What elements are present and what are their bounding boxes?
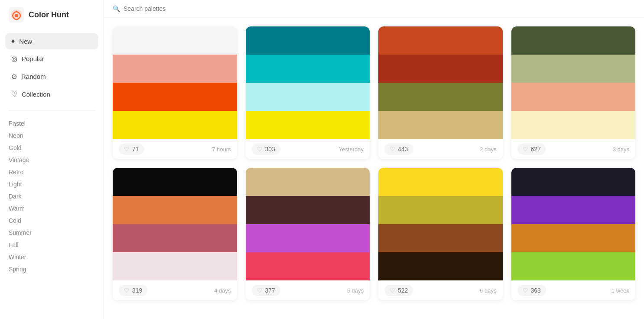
color-swatch — [378, 252, 503, 280]
logo-link[interactable]: Color Hunt — [0, 0, 104, 29]
like-button[interactable]: ♡363 — [517, 285, 546, 296]
time-label: 2 days — [480, 146, 496, 153]
logo-text: Color Hunt — [29, 10, 69, 20]
like-count: 443 — [398, 146, 408, 153]
heart-icon: ♡ — [257, 146, 263, 153]
like-count: 627 — [531, 146, 541, 153]
nav-label-popular: Popular — [22, 55, 44, 62]
color-swatch — [113, 252, 237, 280]
palette-card: ♡303Yesterday — [246, 26, 370, 159]
palette-card: ♡3775 days — [246, 168, 370, 300]
like-count: 377 — [265, 287, 275, 294]
svg-point-1 — [15, 14, 18, 17]
tag-item-summer[interactable]: Summer — [9, 227, 95, 238]
search-input[interactable] — [124, 5, 635, 12]
color-swatch — [246, 224, 370, 252]
like-count: 319 — [132, 287, 142, 294]
tag-item-retro[interactable]: Retro — [9, 166, 95, 178]
nav-item-collection[interactable]: ♡ Collection — [5, 86, 98, 103]
palette-footer: ♡717 hours — [113, 139, 237, 159]
tag-item-vintage[interactable]: Vintage — [9, 154, 95, 166]
palette-colors — [511, 26, 636, 139]
palette-card: ♡3194 days — [113, 168, 237, 300]
search-icon: 🔍 — [113, 5, 120, 12]
color-swatch — [113, 83, 237, 111]
color-swatch — [511, 55, 636, 83]
heart-icon: ♡ — [390, 287, 395, 294]
sidebar: Color Hunt ♦ New ◎ Popular ⊙ Random ♡ Co… — [0, 0, 104, 319]
nav-item-popular[interactable]: ◎ Popular — [5, 50, 98, 67]
palette-footer: ♡3194 days — [113, 280, 237, 300]
color-swatch — [378, 168, 503, 196]
nav-item-random[interactable]: ⊙ Random — [5, 68, 98, 85]
color-swatch — [511, 83, 636, 111]
popular-icon: ◎ — [11, 55, 17, 63]
color-swatch — [113, 224, 237, 252]
color-swatch — [378, 196, 503, 224]
color-swatch — [511, 196, 636, 224]
tag-list: PastelNeonGoldVintageRetroLightDarkWarmC… — [0, 114, 104, 278]
color-swatch — [246, 252, 370, 280]
tag-item-warm[interactable]: Warm — [9, 203, 95, 214]
tag-item-light[interactable]: Light — [9, 179, 95, 190]
tag-item-winter[interactable]: Winter — [9, 251, 95, 263]
nav-label-new: New — [19, 38, 32, 45]
tag-item-dark[interactable]: Dark — [9, 191, 95, 202]
palette-card: ♡4432 days — [378, 26, 503, 159]
color-swatch — [378, 111, 503, 139]
main-content: 🔍 ♡717 hours♡303Yesterday♡4432 days♡6273… — [104, 0, 644, 319]
tag-item-pastel[interactable]: Pastel — [9, 118, 95, 129]
time-label: 3 days — [613, 146, 629, 153]
like-count: 522 — [398, 287, 408, 294]
tag-item-gold[interactable]: Gold — [9, 142, 95, 153]
color-swatch — [511, 224, 636, 252]
tag-item-neon[interactable]: Neon — [9, 130, 95, 141]
new-icon: ♦ — [11, 37, 15, 45]
time-label: 6 days — [480, 287, 496, 294]
color-swatch — [246, 26, 370, 55]
time-label: 7 hours — [212, 146, 231, 153]
tag-item-spring[interactable]: Spring — [9, 264, 95, 275]
tag-item-cold[interactable]: Cold — [9, 215, 95, 226]
palette-colors — [246, 168, 370, 280]
like-button[interactable]: ♡627 — [517, 143, 546, 155]
like-button[interactable]: ♡443 — [384, 143, 413, 155]
color-swatch — [378, 26, 503, 55]
color-swatch — [246, 111, 370, 139]
palette-footer: ♡303Yesterday — [246, 139, 370, 159]
logo-icon — [9, 7, 24, 23]
heart-icon: ♡ — [124, 146, 130, 153]
like-count: 303 — [265, 146, 275, 153]
palette-colors — [511, 168, 636, 280]
palette-footer: ♡6273 days — [511, 139, 636, 159]
like-button[interactable]: ♡522 — [384, 285, 413, 296]
palette-card: ♡6273 days — [511, 26, 636, 159]
like-button[interactable]: ♡303 — [252, 143, 280, 155]
palette-colors — [113, 26, 237, 139]
nav-divider — [9, 111, 95, 111]
palette-colors — [378, 26, 503, 139]
color-swatch — [511, 252, 636, 280]
palette-footer: ♡4432 days — [378, 139, 503, 159]
color-swatch — [246, 196, 370, 224]
nav-section: ♦ New ◎ Popular ⊙ Random ♡ Collection — [0, 29, 104, 107]
nav-item-new[interactable]: ♦ New — [5, 33, 98, 49]
like-button[interactable]: ♡71 — [119, 143, 144, 155]
like-button[interactable]: ♡319 — [119, 285, 147, 296]
palette-card: ♡717 hours — [113, 26, 237, 159]
color-swatch — [113, 168, 237, 196]
color-swatch — [511, 26, 636, 55]
like-button[interactable]: ♡377 — [252, 285, 280, 296]
color-swatch — [378, 83, 503, 111]
search-bar: 🔍 — [104, 0, 644, 18]
color-swatch — [113, 196, 237, 224]
palette-colors — [113, 168, 237, 280]
color-swatch — [246, 168, 370, 196]
palette-card: ♡3631 week — [511, 168, 636, 300]
color-swatch — [511, 111, 636, 139]
tag-item-fall[interactable]: Fall — [9, 239, 95, 251]
palette-colors — [246, 26, 370, 139]
color-swatch — [511, 168, 636, 196]
color-swatch — [378, 55, 503, 83]
heart-icon: ♡ — [523, 287, 528, 294]
